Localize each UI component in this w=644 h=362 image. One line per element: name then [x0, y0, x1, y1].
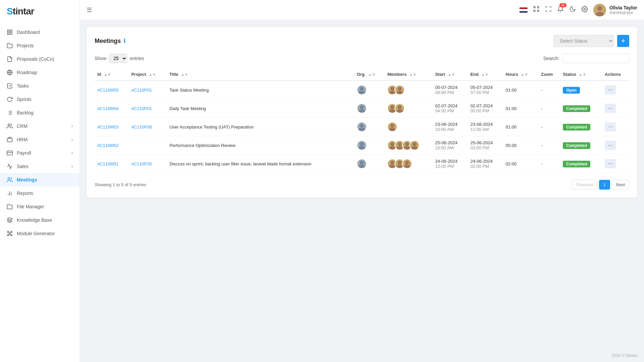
search-box: Search:	[543, 54, 629, 63]
meeting-id-link[interactable]: #C110M51	[97, 161, 119, 166]
page-1-button[interactable]: 1	[599, 180, 610, 190]
footer-text: 2024 © Stintar	[611, 353, 637, 358]
cell-hours: 01:00	[503, 118, 538, 136]
sidebar-item-tasks[interactable]: Tasks	[0, 79, 80, 93]
module-generator-icon	[7, 230, 13, 237]
projects-icon	[7, 43, 13, 49]
sidebar-item-proposals[interactable]: Proposals (CoCo)	[0, 52, 80, 66]
sidebar-item-file-manager[interactable]: File Manager	[0, 200, 80, 213]
status-badge: Open	[563, 87, 580, 94]
settings-icon[interactable]	[581, 6, 588, 14]
col-hours[interactable]: Hours ▲▼	[503, 68, 538, 81]
id-sort-icon: ▲▼	[104, 72, 111, 76]
col-status[interactable]: Status ▲▼	[560, 68, 602, 81]
cell-id: #C110M53	[95, 118, 129, 136]
svg-point-56	[389, 128, 396, 132]
col-end[interactable]: End ▲▼	[468, 68, 503, 81]
svg-rect-28	[537, 10, 539, 11]
search-input[interactable]	[562, 54, 629, 63]
svg-rect-26	[537, 7, 539, 8]
col-id[interactable]: Id ▲▼	[95, 68, 129, 81]
fullscreen-icon[interactable]	[545, 6, 552, 14]
sidebar-item-reports[interactable]: Reports	[0, 187, 80, 200]
cell-members	[385, 99, 432, 118]
col-members[interactable]: Members ▲▼	[385, 68, 432, 81]
org-avatar	[357, 140, 367, 150]
dashboard-icon	[7, 29, 13, 35]
cell-members	[385, 118, 432, 136]
col-project[interactable]: Project ▲▼	[129, 68, 167, 81]
sidebar-item-meetings[interactable]: Meetings	[0, 173, 80, 187]
tasks-icon	[7, 83, 13, 89]
sidebar-item-dashboard[interactable]: Dashboard	[0, 25, 80, 39]
row-actions-button[interactable]: ···	[605, 122, 616, 132]
cell-members	[385, 81, 432, 99]
meeting-id-link[interactable]: #C110M52	[97, 143, 119, 148]
cell-hours: 01:00	[503, 81, 538, 99]
table-row: #C110M55 #C110P01 Task Status Meeting 05…	[95, 81, 629, 99]
avatar	[593, 4, 606, 16]
meeting-id-link[interactable]: #C110M55	[97, 88, 119, 93]
notification-bell-icon[interactable]: 55	[557, 6, 564, 14]
project-link[interactable]: #C110P01	[131, 106, 152, 111]
svg-point-44	[358, 109, 365, 113]
project-link[interactable]: #C110P35	[131, 161, 152, 166]
meeting-id-link[interactable]: #C110M53	[97, 124, 119, 130]
entries-select[interactable]: 25 10 50	[109, 54, 127, 63]
sidebar-item-sales[interactable]: Sales ›	[0, 160, 80, 173]
meetings-card: Meetings ℹ Select Status Open Completed …	[87, 27, 637, 198]
row-actions-button[interactable]: ···	[605, 141, 616, 150]
col-title[interactable]: Title ▲▼	[167, 68, 354, 81]
svg-point-29	[584, 8, 586, 10]
row-actions-button[interactable]: ···	[605, 159, 616, 168]
sales-chevron-icon: ›	[71, 164, 73, 169]
sidebar-label-knowledge-base: Knowledge Base	[17, 217, 52, 223]
svg-rect-14	[7, 151, 13, 155]
project-link[interactable]: #C110P01	[131, 88, 152, 93]
sidebar-item-payroll[interactable]: Payroll ›	[0, 146, 80, 160]
previous-page-button[interactable]: Previous	[572, 180, 598, 190]
cell-hours: 01:00	[503, 99, 538, 118]
sidebar-label-roadmap: Roadmap	[17, 70, 37, 75]
cell-org	[354, 81, 385, 99]
svg-point-46	[391, 105, 394, 109]
sidebar-item-backlog[interactable]: Backlog	[0, 106, 80, 119]
menu-toggle-button[interactable]: ☰	[87, 6, 92, 14]
sidebar-label-meetings: Meetings	[17, 177, 37, 183]
svg-rect-1	[10, 30, 12, 32]
cell-start: 05-07-202406:00 PM	[433, 81, 468, 99]
status-filter-select[interactable]: Select Status Open Completed	[553, 35, 614, 47]
meeting-id-link[interactable]: #C110M54	[97, 106, 119, 111]
sidebar-item-module-generator[interactable]: Module Generator	[0, 227, 80, 240]
next-page-button[interactable]: Next	[611, 180, 629, 190]
dark-mode-icon[interactable]	[569, 6, 576, 14]
members-sort-icon: ▲▼	[409, 72, 416, 76]
org-sort-icon: ▲▼	[368, 72, 376, 76]
cell-org	[354, 99, 385, 118]
cell-hours: 02:00	[503, 155, 538, 173]
cell-status: Open	[560, 81, 602, 99]
project-link[interactable]: #C110P06	[131, 124, 152, 130]
svg-point-53	[358, 128, 365, 132]
svg-point-61	[391, 142, 394, 146]
svg-point-37	[391, 87, 394, 91]
cell-end: 25-06-202403:00 PM	[468, 136, 503, 155]
row-actions-button[interactable]: ···	[605, 104, 616, 113]
sidebar-item-crm[interactable]: CRM ›	[0, 119, 80, 133]
add-meeting-button[interactable]: +	[617, 35, 629, 47]
user-profile[interactable]: Olivia Taylor Administrator	[593, 4, 637, 16]
sidebar-item-knowledge-base[interactable]: Knowledge Base	[0, 213, 80, 227]
org-avatar	[357, 103, 367, 113]
language-flag[interactable]	[519, 7, 528, 13]
apps-icon[interactable]	[533, 6, 540, 14]
entries-label: entries	[130, 56, 144, 61]
col-org[interactable]: Org. ▲▼	[354, 68, 385, 81]
sidebar-item-hrm[interactable]: HRM ›	[0, 133, 80, 146]
sidebar-item-roadmap[interactable]: Roadmap	[0, 66, 80, 79]
row-actions-button[interactable]: ···	[605, 85, 616, 95]
sidebar-item-projects[interactable]: Projects	[0, 39, 80, 52]
info-icon[interactable]: ℹ	[123, 38, 126, 44]
show-entries: Show 25 10 50 entries	[95, 54, 144, 63]
sidebar-item-sprints[interactable]: Sprints	[0, 93, 80, 106]
col-start[interactable]: Start ▲▼	[433, 68, 468, 81]
